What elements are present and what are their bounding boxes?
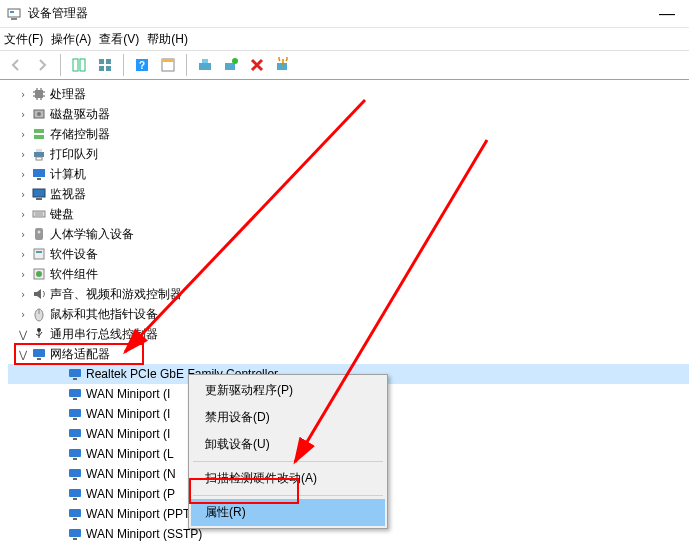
network-adapter-icon bbox=[66, 486, 84, 502]
expand-icon[interactable]: › bbox=[16, 189, 30, 200]
context-menu-item[interactable]: 禁用设备(D) bbox=[191, 404, 385, 431]
svg-rect-47 bbox=[73, 398, 77, 400]
category-icon bbox=[30, 246, 48, 262]
tree-node[interactable]: ›软件组件 bbox=[8, 264, 689, 284]
network-adapter-icon bbox=[66, 446, 84, 462]
context-menu-item[interactable]: 属性(R) bbox=[191, 499, 385, 526]
tree-node[interactable]: ›软件设备 bbox=[8, 244, 689, 264]
svg-rect-17 bbox=[277, 63, 287, 70]
tree-node-label: WAN Miniport (I bbox=[84, 407, 172, 421]
context-menu-item[interactable]: 卸载设备(U) bbox=[191, 431, 385, 458]
expand-icon[interactable]: ⋁ bbox=[16, 329, 30, 340]
svg-rect-25 bbox=[36, 157, 42, 160]
svg-rect-57 bbox=[73, 498, 77, 500]
help-button[interactable]: ? bbox=[130, 53, 154, 77]
grid-view-button[interactable] bbox=[93, 53, 117, 77]
tree-node-label: WAN Miniport (N bbox=[84, 467, 178, 481]
svg-rect-18 bbox=[35, 90, 43, 98]
svg-rect-4 bbox=[80, 59, 85, 71]
svg-rect-52 bbox=[69, 449, 81, 457]
scan-hardware-button[interactable] bbox=[219, 53, 243, 77]
svg-rect-55 bbox=[73, 478, 77, 480]
svg-rect-61 bbox=[73, 538, 77, 540]
network-adapter-icon bbox=[66, 386, 84, 402]
window-icon bbox=[6, 6, 22, 22]
tree-node[interactable]: ›计算机 bbox=[8, 164, 689, 184]
svg-rect-53 bbox=[73, 458, 77, 460]
svg-rect-50 bbox=[69, 429, 81, 437]
svg-text:?: ? bbox=[139, 60, 145, 71]
uninstall-button[interactable] bbox=[245, 53, 269, 77]
tree-node-label: 存储控制器 bbox=[48, 126, 112, 143]
expand-icon[interactable]: › bbox=[16, 209, 30, 220]
tree-node[interactable]: ›监视器 bbox=[8, 184, 689, 204]
tree-node[interactable]: ›人体学输入设备 bbox=[8, 224, 689, 244]
context-menu: 更新驱动程序(P)禁用设备(D)卸载设备(U)扫描检测硬件改动(A)属性(R) bbox=[188, 374, 388, 529]
svg-rect-58 bbox=[69, 509, 81, 517]
menu-view[interactable]: 查看(V) bbox=[99, 31, 139, 48]
show-hide-console-tree-button[interactable] bbox=[67, 53, 91, 77]
tree-node-label: 网络适配器 bbox=[48, 346, 112, 363]
expand-icon[interactable]: › bbox=[16, 249, 30, 260]
expand-icon[interactable]: › bbox=[16, 269, 30, 280]
svg-rect-54 bbox=[69, 469, 81, 477]
tree-node-label: 打印队列 bbox=[48, 146, 100, 163]
menu-help[interactable]: 帮助(H) bbox=[147, 31, 188, 48]
menu-file[interactable]: 文件(F) bbox=[4, 31, 43, 48]
category-icon bbox=[30, 146, 48, 162]
tree-node-label: 处理器 bbox=[48, 86, 88, 103]
context-menu-item[interactable]: 扫描检测硬件改动(A) bbox=[191, 465, 385, 492]
svg-rect-46 bbox=[69, 389, 81, 397]
expand-icon[interactable]: › bbox=[16, 309, 30, 320]
collapse-icon[interactable]: ⋁ bbox=[16, 349, 30, 360]
tree-node[interactable]: ›磁盘驱动器 bbox=[8, 104, 689, 124]
tree-node-label: 磁盘驱动器 bbox=[48, 106, 112, 123]
tree-node[interactable]: ›键盘 bbox=[8, 204, 689, 224]
minimize-button[interactable]: — bbox=[651, 5, 683, 23]
tree-node[interactable]: ›打印队列 bbox=[8, 144, 689, 164]
svg-rect-2 bbox=[11, 18, 17, 20]
svg-rect-59 bbox=[73, 518, 77, 520]
expand-icon[interactable]: › bbox=[16, 169, 30, 180]
expand-icon[interactable]: › bbox=[16, 109, 30, 120]
tree-node-label: 声音、视频和游戏控制器 bbox=[48, 286, 184, 303]
category-icon bbox=[30, 106, 48, 122]
update-driver-button[interactable] bbox=[193, 53, 217, 77]
svg-rect-49 bbox=[73, 418, 77, 420]
category-icon bbox=[30, 166, 48, 182]
expand-icon[interactable]: › bbox=[16, 129, 30, 140]
svg-rect-45 bbox=[73, 378, 77, 380]
tree-node-label: WAN Miniport (I bbox=[84, 387, 172, 401]
category-icon bbox=[30, 266, 48, 282]
network-adapter-icon bbox=[66, 466, 84, 482]
expand-icon[interactable]: › bbox=[16, 149, 30, 160]
category-icon bbox=[30, 306, 48, 322]
disable-button[interactable] bbox=[271, 53, 295, 77]
svg-rect-13 bbox=[199, 63, 211, 70]
svg-rect-8 bbox=[106, 66, 111, 71]
expand-icon[interactable]: › bbox=[16, 289, 30, 300]
menu-action[interactable]: 操作(A) bbox=[51, 31, 91, 48]
context-menu-item[interactable]: 更新驱动程序(P) bbox=[191, 377, 385, 404]
tree-node[interactable]: ›声音、视频和游戏控制器 bbox=[8, 284, 689, 304]
expand-icon[interactable]: › bbox=[16, 89, 30, 100]
svg-rect-30 bbox=[33, 211, 45, 217]
svg-rect-14 bbox=[202, 59, 208, 63]
tree-node[interactable]: ›鼠标和其他指针设备 bbox=[8, 304, 689, 324]
tree-node[interactable]: ›存储控制器 bbox=[8, 124, 689, 144]
tree-node-label: WAN Miniport (PPTP) bbox=[84, 507, 204, 521]
properties-button[interactable] bbox=[156, 53, 180, 77]
tree-node-network-adapters[interactable]: ⋁ 网络适配器 bbox=[8, 344, 689, 364]
svg-rect-42 bbox=[33, 349, 45, 357]
svg-rect-51 bbox=[73, 438, 77, 440]
expand-icon[interactable]: › bbox=[16, 229, 30, 240]
svg-rect-48 bbox=[69, 409, 81, 417]
svg-rect-5 bbox=[99, 59, 104, 64]
svg-point-38 bbox=[36, 271, 42, 277]
svg-rect-21 bbox=[34, 129, 44, 133]
svg-rect-28 bbox=[33, 189, 45, 197]
tree-node[interactable]: ›处理器 bbox=[8, 84, 689, 104]
tree-node[interactable]: ⋁通用串行总线控制器 bbox=[8, 324, 689, 344]
tree-node-label: 鼠标和其他指针设备 bbox=[48, 306, 160, 323]
category-icon bbox=[30, 206, 48, 222]
